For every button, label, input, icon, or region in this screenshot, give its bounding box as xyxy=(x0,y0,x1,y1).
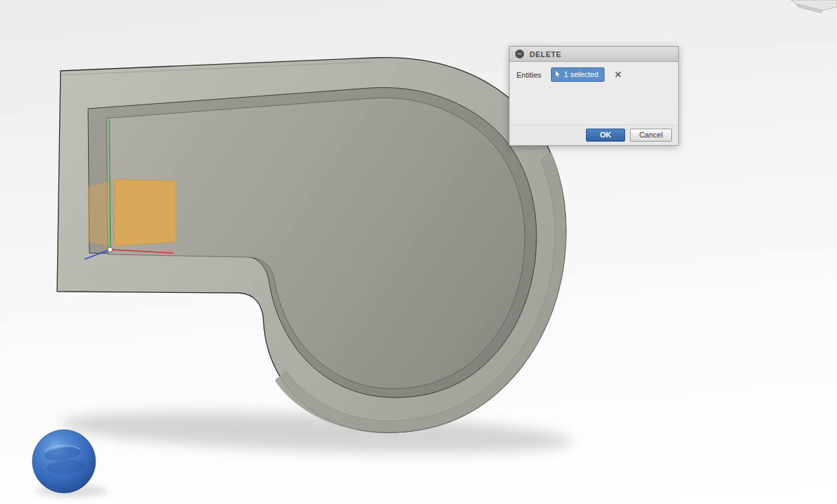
cursor-icon xyxy=(554,70,561,79)
origin-point[interactable] xyxy=(107,247,112,252)
cancel-button[interactable]: Cancel xyxy=(630,129,672,142)
entities-row: Entities 1 selected ✕ xyxy=(510,62,678,87)
viewcube-fragment[interactable] xyxy=(791,0,837,13)
selected-face[interactable] xyxy=(88,179,176,247)
selection-chip[interactable]: 1 selected xyxy=(551,67,605,82)
delete-dialog: − DELETE Entities 1 selected ✕ OK Cancel xyxy=(509,46,679,146)
ok-button[interactable]: OK xyxy=(586,129,625,142)
selection-chip-label: 1 selected xyxy=(564,70,598,79)
model-viewport[interactable]: − DELETE Entities 1 selected ✕ OK Cancel xyxy=(0,0,837,504)
dialog-titlebar[interactable]: − DELETE xyxy=(510,47,678,62)
blue-sphere[interactable] xyxy=(32,430,96,493)
dialog-title: DELETE xyxy=(530,50,561,58)
pocket-floor[interactable] xyxy=(107,98,525,388)
dialog-footer: OK Cancel xyxy=(510,124,678,145)
collapse-minus-icon[interactable]: − xyxy=(515,50,524,58)
clear-selection-x-icon[interactable]: ✕ xyxy=(614,70,622,79)
entities-label: Entities xyxy=(517,71,541,79)
selected-face-wall-part[interactable] xyxy=(88,181,111,247)
selected-face-main[interactable] xyxy=(114,179,176,246)
ground-shadow xyxy=(36,405,573,497)
scene-canvas[interactable] xyxy=(0,0,837,504)
